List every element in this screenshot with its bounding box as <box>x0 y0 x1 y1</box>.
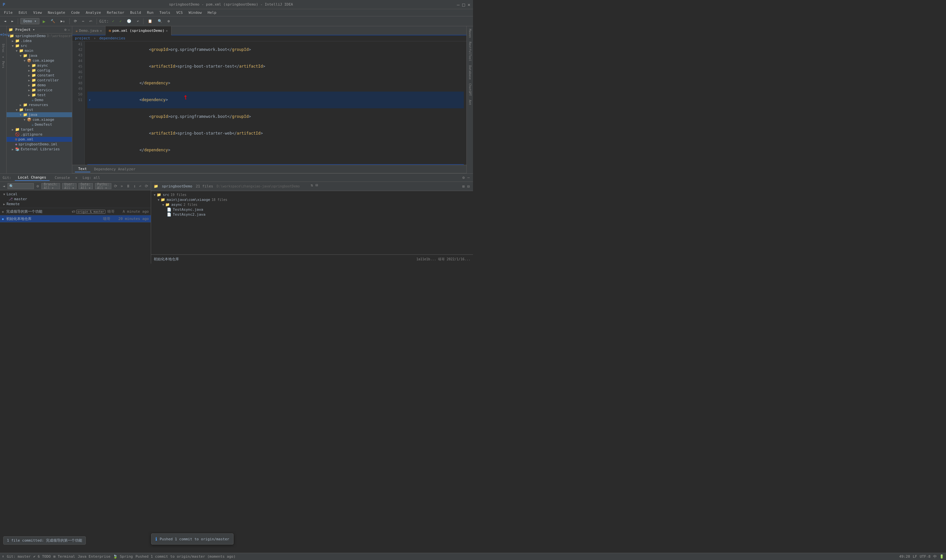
changes-src[interactable]: ▼ 📁 src 19 files <box>153 192 472 197</box>
git-settings-icon[interactable]: ⚙ <box>462 175 465 180</box>
git-date-filter[interactable]: Date: All ▾ <box>79 183 93 189</box>
git-revert2-button[interactable]: ↶ <box>135 18 141 24</box>
update-button[interactable]: ⟳ <box>72 18 79 24</box>
persistence-icon[interactable]: Pers <box>1 60 6 69</box>
more-button[interactable]: ⋯ <box>80 18 86 24</box>
git-remote-section[interactable]: ▶ Remote <box>2 202 149 206</box>
git-arrow-left[interactable]: ◄ <box>2 183 6 189</box>
commit-row-2[interactable]: ● 初始化本地仓库 嘻哥 20 minutes ago <box>0 215 151 223</box>
git-expand-all[interactable]: ⊞ <box>462 183 465 189</box>
tree-test-dir[interactable]: ▼ 📁 test <box>6 107 72 112</box>
tree-demo[interactable]: ▶ 📁 demo <box>6 83 72 88</box>
tab-demo-java-close[interactable]: ✕ <box>100 29 102 32</box>
git-more-icon[interactable]: » <box>120 183 123 189</box>
git-undo-icon[interactable]: ↶ <box>138 183 142 189</box>
menu-tools[interactable]: Tools <box>157 10 173 15</box>
changes-main-path[interactable]: ▼ 📁 main\java\com\xiaoge 18 files <box>153 197 472 202</box>
tree-demotest[interactable]: ☕ DemoTest <box>6 122 72 127</box>
tree-constant[interactable]: ▶ 📁 constant <box>6 73 72 78</box>
tree-root[interactable]: ▼ 📁 springbootDemo D:\workspace\zhangxia… <box>6 34 72 38</box>
tree-test-com[interactable]: ▼ 📦 com.xiaoge <box>6 117 72 122</box>
git-filter2-icon[interactable]: ⊟ <box>315 182 319 188</box>
menu-view[interactable]: View <box>31 10 45 15</box>
tree-java[interactable]: ▼ 📁 java <box>6 53 72 58</box>
menu-code[interactable]: Code <box>68 10 82 15</box>
maximize-button[interactable]: □ <box>462 2 465 7</box>
code-content[interactable]: <groupId>org.springframework.boot</group… <box>85 42 467 165</box>
git-gear-icon[interactable]: ⚙ <box>36 183 39 189</box>
git-collapse-all[interactable]: ⊟ <box>467 183 470 189</box>
changes-testasync[interactable]: 📄 TestAsync.java <box>153 207 472 212</box>
menu-refactor[interactable]: Refactor <box>104 10 127 15</box>
git-check2-button[interactable]: ✓ <box>118 18 124 24</box>
git-branch-filter[interactable]: Branch: All ▾ <box>42 183 60 189</box>
tree-controller[interactable]: ▶ 📁 controller <box>6 78 72 83</box>
git-tab-log[interactable]: Log: all <box>80 175 103 180</box>
menu-run[interactable]: Run <box>144 10 156 15</box>
run-config-dropdown[interactable]: Demo ▾ <box>20 18 39 24</box>
breadcrumb-dependencies[interactable]: dependencies <box>99 36 125 40</box>
bookmark-button[interactable]: 📋 <box>146 18 154 24</box>
tree-gitignore[interactable]: 🚫 .gitignore <box>6 132 72 137</box>
revert-button[interactable]: ⤺ <box>87 18 94 24</box>
git-tab-local-changes[interactable]: Local Changes <box>15 175 49 181</box>
git-check-button[interactable]: ✓ <box>110 18 116 24</box>
menu-vcs[interactable]: VCS <box>173 10 185 15</box>
tree-test-java[interactable]: ▼ 📁 java <box>6 112 72 117</box>
git-pause-icon[interactable]: ⏸ <box>125 183 131 189</box>
search-everywhere-button[interactable]: 🔍 <box>156 18 164 24</box>
tree-src[interactable]: ▼ 📁 src <box>6 43 72 48</box>
git-paths-filter[interactable]: Paths: All ▾ <box>95 183 111 189</box>
nav-back-button[interactable]: ◄ <box>2 18 8 24</box>
changes-testasync2[interactable]: 📄 TestAsync2.java <box>153 212 472 217</box>
restful-tool-label[interactable]: RestfulTool <box>468 40 472 63</box>
git-user-filter[interactable]: User: All ▾ <box>62 183 77 189</box>
tree-test-pkg[interactable]: ▶ 📁 test <box>6 92 72 97</box>
tree-iml[interactable]: ◆ springbootDemo.iml <box>6 142 72 147</box>
git-action-1[interactable]: ↕ <box>133 183 136 189</box>
close-button[interactable]: ✕ <box>468 2 470 7</box>
tree-resources[interactable]: ▶ 📁 resources <box>6 102 72 107</box>
tree-demo-class[interactable]: ☕ Demo <box>6 97 72 102</box>
tab-demo-java[interactable]: ☕ Demo.java ✕ <box>72 26 105 35</box>
ant-label[interactable]: Ant <box>468 98 472 106</box>
tree-com-xiaoge[interactable]: ▼ 📦 com.xiaoge <box>6 58 72 63</box>
run-button[interactable]: ▶ <box>41 18 47 25</box>
menu-window[interactable]: Window <box>186 10 204 15</box>
menu-help[interactable]: Help <box>205 10 219 15</box>
favorites-icon[interactable]: ★ <box>1 54 6 59</box>
tree-main[interactable]: ▼ 📁 main <box>6 48 72 53</box>
menu-build[interactable]: Build <box>128 10 143 15</box>
nav-forward-button[interactable]: ► <box>9 18 16 24</box>
commit-row-1[interactable]: ● 完成领导的第一个功能 🏷 origin & master 嘻哥 A minu… <box>0 208 151 215</box>
database-label[interactable]: Database <box>468 64 472 81</box>
git-sort-icon[interactable]: ⇅ <box>310 182 314 188</box>
breadcrumb-project[interactable]: project <box>75 36 90 40</box>
minimize-button[interactable]: — <box>457 2 459 7</box>
git-tab-console[interactable]: Console <box>52 175 73 180</box>
git-history-button[interactable]: 🕐 <box>125 18 133 24</box>
git-master-branch[interactable]: ⎇ master <box>2 197 149 202</box>
tab-dependency-analyzer[interactable]: Dependency Analyzer <box>91 166 139 172</box>
git-refresh-icon[interactable]: ⟳ <box>113 183 118 189</box>
structure-icon[interactable]: Struc <box>1 43 6 54</box>
menu-analyze[interactable]: Analyze <box>83 10 103 15</box>
tree-async[interactable]: ▶ 📁 async <box>6 63 72 68</box>
tree-idea[interactable]: ▶ 📁 .idea <box>6 38 72 43</box>
tab-text[interactable]: Text <box>75 166 90 172</box>
coverage-button[interactable]: ▶₀ <box>59 18 67 24</box>
build-button[interactable]: 🔨 <box>49 18 57 24</box>
git-redo-icon[interactable]: ⟳ <box>144 183 149 189</box>
menu-navigate[interactable]: Navigate <box>45 10 68 15</box>
maven-panel-label[interactable]: Maven <box>468 28 472 39</box>
tree-ext-libs[interactable]: ▶ 📚 External Libraries <box>6 147 72 152</box>
chatgpt-label[interactable]: ChatGPT <box>468 82 472 97</box>
tab-pom-close[interactable]: ✕ <box>166 29 168 32</box>
tree-pom-xml[interactable]: m pom.xml <box>6 137 72 142</box>
git-search-input[interactable] <box>8 183 34 189</box>
git-local-section[interactable]: ▼ Local <box>2 192 149 197</box>
project-icon[interactable]: Project <box>0 32 10 37</box>
tree-target[interactable]: ▶ 📁 target <box>6 127 72 132</box>
panel-close-icon[interactable]: — <box>68 28 70 32</box>
tab-pom-xml[interactable]: m pom.xml (springbootDemo) ✕ <box>105 26 171 35</box>
